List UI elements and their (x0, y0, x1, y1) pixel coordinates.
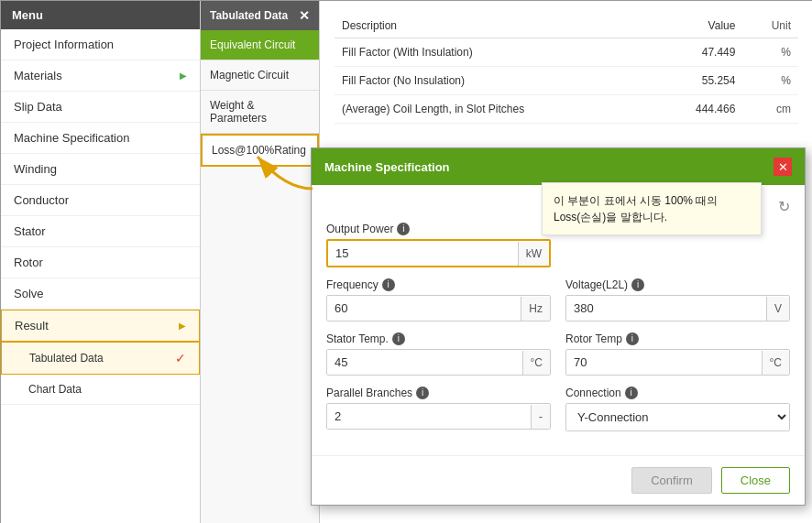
freq-voltage-row: Frequency i Hz Voltage(L2L) i (326, 278, 790, 321)
output-power-unit: kW (518, 242, 549, 266)
main-window: Menu Project Information Materials ▶ Sli… (0, 0, 812, 523)
col-unit: Unit (742, 14, 798, 38)
table-row: Fill Factor (With Insulation) 47.449 % (335, 38, 798, 67)
sidebar-title: Menu (12, 8, 43, 22)
sidebar-item-machine-specification[interactable]: Machine Specification (1, 123, 200, 154)
parallel-branches-unit: - (531, 405, 550, 429)
rotor-temp-info-icon: i (626, 332, 639, 345)
sidebar-item-rotor[interactable]: Rotor (1, 247, 200, 278)
tab-magnetic-circuit[interactable]: Magnetic Circuit (201, 60, 319, 91)
output-power-group: Output Power i kW (326, 223, 551, 267)
stator-temp-input[interactable] (327, 350, 522, 375)
col-value: Value (654, 14, 742, 38)
sidebar-item-result[interactable]: Result ▶ (1, 310, 200, 342)
tabulated-panel: Tabulated Data ✕ Equivalent Circuit Magn… (201, 1, 320, 523)
tab-loss-rating[interactable]: Loss@100%Rating (201, 134, 319, 167)
voltage-unit: V (766, 297, 789, 321)
stator-temp-label: Stator Temp. i (326, 332, 551, 345)
rotor-temp-label: Rotor Temp i (565, 332, 790, 345)
tabulated-panel-header: Tabulated Data ✕ (201, 1, 319, 30)
data-table: Description Value Unit Fill Factor (With… (335, 14, 798, 124)
sidebar-item-winding[interactable]: Winding (1, 154, 200, 185)
sidebar: Menu Project Information Materials ▶ Sli… (1, 1, 201, 523)
refresh-button[interactable]: ↻ (778, 198, 790, 215)
col-description: Description (335, 14, 654, 38)
tabulated-panel-close[interactable]: ✕ (299, 8, 310, 23)
rotor-temp-input-wrap: °C (565, 349, 790, 376)
voltage-info-icon: i (631, 278, 644, 291)
parallel-branches-input-wrap: - (326, 403, 551, 430)
output-power-info-icon: i (397, 223, 410, 235)
stator-temp-unit: °C (522, 351, 550, 375)
output-power-label: Output Power i (326, 223, 551, 235)
connection-group: Connection i Y-Connection D-Connection (565, 387, 790, 431)
voltage-group: Voltage(L2L) i V (565, 278, 790, 321)
rotor-temp-input[interactable] (566, 350, 762, 375)
callout-tooltip: 이 부분이 표에서 시동 100% 때의 Loss(손실)을 말합니다. (542, 182, 762, 235)
connection-select-wrap: Y-Connection D-Connection (565, 403, 790, 431)
frequency-info-icon: i (382, 278, 395, 291)
connection-label: Connection i (565, 387, 790, 399)
sidebar-item-conductor[interactable]: Conductor (1, 185, 200, 216)
connection-info-icon: i (625, 387, 638, 399)
dialog-footer: Confirm Close (312, 455, 805, 505)
dialog-close-button[interactable]: ✕ (774, 158, 792, 176)
tab-weight-parameters[interactable]: Weight & Parameters (201, 91, 319, 134)
table-row: (Average) Coil Length, in Slot Pitches 4… (335, 95, 798, 124)
materials-arrow-icon: ▶ (180, 71, 187, 81)
voltage-input[interactable] (566, 296, 766, 321)
tab-equivalent-circuit[interactable]: Equivalent Circuit (201, 30, 319, 60)
rotor-temp-unit: °C (762, 351, 789, 375)
parallel-branches-group: Parallel Branches i - (326, 387, 551, 431)
frequency-input[interactable] (327, 296, 521, 321)
frequency-unit: Hz (521, 297, 550, 321)
stator-temp-input-wrap: °C (326, 349, 551, 376)
frequency-label: Frequency i (326, 278, 551, 291)
voltage-input-wrap: V (565, 295, 790, 321)
connection-select[interactable]: Y-Connection D-Connection (566, 404, 789, 430)
dialog-header: Machine Specification ✕ (312, 148, 805, 185)
voltage-label: Voltage(L2L) i (565, 278, 790, 291)
parallel-branches-info-icon: i (416, 387, 429, 399)
sidebar-header: Menu (1, 1, 200, 29)
sidebar-item-tabulated-data[interactable]: Tabulated Data ✓ (1, 342, 200, 375)
confirm-button[interactable]: Confirm (631, 467, 712, 494)
sidebar-item-slip-data[interactable]: Slip Data (1, 92, 200, 123)
frequency-group: Frequency i Hz (326, 278, 551, 321)
stator-temp-info-icon: i (392, 332, 405, 345)
dialog-title: Machine Specification (324, 160, 450, 174)
rotor-temp-group: Rotor Temp i °C (565, 332, 790, 376)
output-power-input-wrap: kW (326, 239, 551, 267)
sidebar-item-materials[interactable]: Materials ▶ (1, 60, 200, 92)
branches-connection-row: Parallel Branches i - Connection i (326, 387, 790, 431)
output-power-input[interactable] (328, 241, 518, 266)
sidebar-item-solve[interactable]: Solve (1, 278, 200, 310)
frequency-input-wrap: Hz (326, 295, 551, 321)
stator-temp-group: Stator Temp. i °C (326, 332, 551, 376)
temp-row: Stator Temp. i °C Rotor Temp i (326, 332, 790, 376)
parallel-branches-label: Parallel Branches i (326, 387, 551, 399)
sidebar-item-project-information[interactable]: Project Information (1, 29, 200, 60)
result-triangle-icon: ▶ (179, 321, 186, 331)
tabulated-panel-title: Tabulated Data (210, 9, 288, 22)
parallel-branches-input[interactable] (327, 404, 531, 429)
sidebar-item-chart-data[interactable]: Chart Data (1, 375, 200, 405)
close-button[interactable]: Close (721, 467, 790, 494)
sidebar-item-stator[interactable]: Stator (1, 216, 200, 247)
table-row: Fill Factor (No Insulation) 55.254 % (335, 67, 798, 95)
tabulated-data-check-icon: ✓ (175, 351, 186, 365)
